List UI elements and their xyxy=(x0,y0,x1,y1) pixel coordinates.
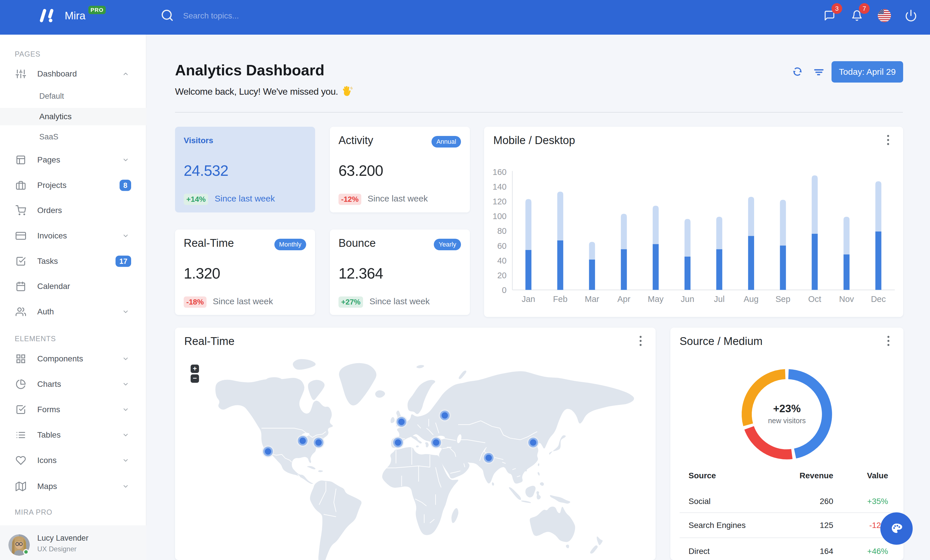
svg-text:Sep: Sep xyxy=(776,295,790,304)
svg-text:140: 140 xyxy=(493,182,507,192)
svg-text:80: 80 xyxy=(497,226,507,236)
svg-text:0: 0 xyxy=(502,285,507,295)
svg-text:Jun: Jun xyxy=(681,295,694,304)
svg-text:May: May xyxy=(648,295,664,304)
svg-text:40: 40 xyxy=(497,256,507,265)
svg-text:Jul: Jul xyxy=(714,295,725,304)
svg-text:Apr: Apr xyxy=(617,295,630,304)
svg-text:Oct: Oct xyxy=(808,295,821,304)
svg-text:100: 100 xyxy=(493,212,507,221)
svg-text:120: 120 xyxy=(493,197,507,206)
svg-text:20: 20 xyxy=(497,271,507,280)
svg-text:160: 160 xyxy=(493,167,507,176)
svg-text:Jan: Jan xyxy=(522,295,535,304)
svg-text:Dec: Dec xyxy=(871,295,886,304)
svg-text:60: 60 xyxy=(497,241,507,250)
svg-text:Aug: Aug xyxy=(744,295,759,304)
svg-text:Nov: Nov xyxy=(839,295,854,304)
svg-text:Feb: Feb xyxy=(553,295,568,304)
svg-text:Mar: Mar xyxy=(585,295,599,304)
